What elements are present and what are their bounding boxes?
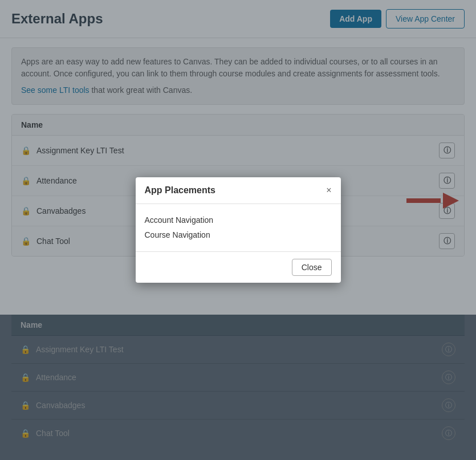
modal-backdrop: App Placements × Account Navigation Cour… [0, 0, 476, 460]
modal-body: Account Navigation Course Navigation [136, 204, 341, 251]
modal-title: App Placements [145, 185, 215, 196]
modal-footer: Close [136, 251, 341, 283]
modal-header: App Placements × [136, 177, 341, 204]
modal-close-btn[interactable]: Close [292, 259, 332, 276]
full-page: External Apps Add App View App Center Ap… [0, 0, 476, 460]
app-placements-modal: App Placements × Account Navigation Cour… [136, 177, 341, 282]
modal-placement-1: Account Navigation [145, 213, 332, 227]
modal-close-button[interactable]: × [326, 185, 331, 196]
modal-placement-2: Course Navigation [145, 228, 332, 242]
